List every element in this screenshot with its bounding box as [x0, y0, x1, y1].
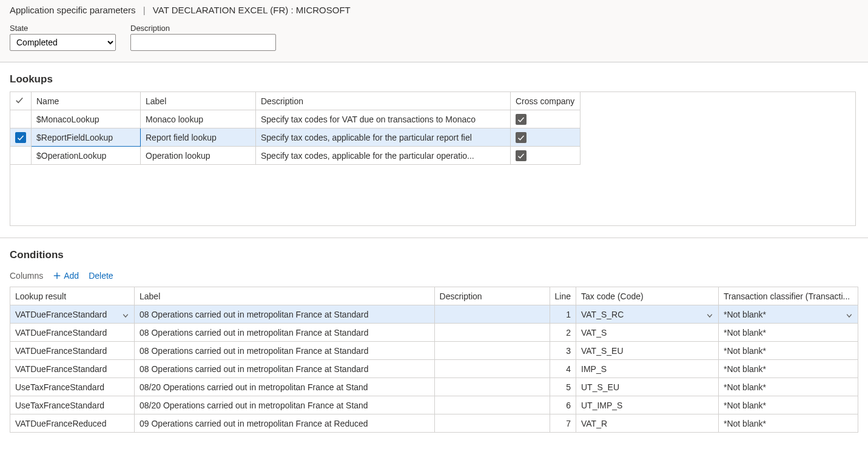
lookup-label-cell: Monaco lookup — [141, 110, 256, 128]
lookups-header-description[interactable]: Description — [256, 92, 511, 110]
cond-lookup-cell[interactable]: VATDueFranceStandard — [10, 305, 135, 324]
state-select[interactable]: Completed — [10, 34, 116, 51]
plus-icon — [53, 271, 61, 280]
lookups-header-label[interactable]: Label — [141, 92, 256, 110]
cond-header-line[interactable]: Line — [550, 287, 576, 305]
lookups-header-name[interactable]: Name — [32, 92, 141, 110]
cond-taxcode-cell[interactable]: VAT_S_RC — [576, 305, 719, 324]
cond-txclass-cell[interactable]: *Not blank* — [719, 324, 858, 342]
lookups-header-cross[interactable]: Cross company — [511, 92, 580, 110]
state-label: State — [10, 24, 116, 33]
lookups-table: Name Label Description Cross company $Mo… — [10, 91, 580, 165]
cond-desc-cell — [434, 414, 550, 433]
row-check-cell[interactable] — [10, 147, 32, 165]
conditions-table: Lookup result Label Description Line Tax… — [10, 287, 858, 433]
breadcrumb: Application specific parameters | VAT DE… — [10, 5, 858, 15]
lookup-label-cell: Report field lookup — [141, 128, 256, 147]
cond-txclass-cell[interactable]: *Not blank* — [719, 342, 858, 360]
row-check-cell[interactable] — [10, 110, 32, 128]
cond-taxcode-cell[interactable]: UT_IMP_S — [576, 396, 719, 414]
cond-desc-cell — [434, 324, 550, 342]
cross-company-cell[interactable] — [511, 110, 580, 128]
cond-taxcode-cell[interactable]: VAT_S_EU — [576, 342, 719, 360]
cond-header-lookup[interactable]: Lookup result — [10, 287, 135, 305]
table-row[interactable]: VATDueFranceStandard08 Operations carrie… — [10, 342, 858, 360]
cond-header-taxcode[interactable]: Tax code (Code) — [576, 287, 719, 305]
description-label: Description — [130, 24, 276, 33]
cond-lookup-cell[interactable]: UseTaxFranceStandard — [10, 396, 135, 414]
conditions-title: Conditions — [10, 249, 858, 261]
table-row[interactable]: VATDueFranceStandard08 Operations carrie… — [10, 305, 858, 324]
table-row[interactable]: VATDueFranceStandard08 Operations carrie… — [10, 324, 858, 342]
cond-label-cell: 08 Operations carried out in metropolita… — [135, 324, 435, 342]
table-row[interactable]: UseTaxFranceStandard08/20 Operations car… — [10, 378, 858, 396]
cond-header-txclass[interactable]: Transaction classifier (Transacti... — [719, 287, 858, 305]
cond-txclass-cell[interactable]: *Not blank* — [719, 396, 858, 414]
cond-label-cell: 08/20 Operations carried out in metropol… — [135, 396, 435, 414]
cond-lookup-cell[interactable]: VATDueFranceReduced — [10, 414, 135, 433]
cond-line-cell: 5 — [550, 378, 576, 396]
cond-txclass-cell[interactable]: *Not blank* — [719, 360, 858, 378]
cond-desc-cell — [434, 305, 550, 324]
cond-lookup-cell[interactable]: UseTaxFranceStandard — [10, 378, 135, 396]
cond-desc-cell — [434, 342, 550, 360]
cond-line-cell: 1 — [550, 305, 576, 324]
cond-line-cell: 7 — [550, 414, 576, 433]
checkbox-checked-icon — [516, 114, 527, 125]
lookup-desc-cell: Specify tax codes for VAT due on transac… — [256, 110, 511, 128]
cond-txclass-cell[interactable]: *Not blank* — [719, 305, 858, 324]
lookup-name-cell[interactable]: $MonacoLookup — [32, 110, 141, 128]
breadcrumb-separator: | — [143, 5, 146, 15]
breadcrumb-page: Application specific parameters — [10, 5, 136, 15]
table-row[interactable]: VATDueFranceStandard08 Operations carrie… — [10, 360, 858, 378]
table-row[interactable]: $ReportFieldLookupReport field lookupSpe… — [10, 128, 580, 147]
cond-txclass-cell[interactable]: *Not blank* — [719, 414, 858, 433]
row-check-cell[interactable] — [10, 128, 32, 147]
table-row[interactable]: $MonacoLookupMonaco lookupSpecify tax co… — [10, 110, 580, 128]
cond-label-cell: 08 Operations carried out in metropolita… — [135, 342, 435, 360]
cond-desc-cell — [434, 360, 550, 378]
add-button-label: Add — [64, 271, 79, 281]
cond-header-description[interactable]: Description — [434, 287, 550, 305]
checkbox-checked-icon — [516, 132, 527, 143]
cond-taxcode-cell[interactable]: VAT_S — [576, 324, 719, 342]
cond-lookup-cell[interactable]: VATDueFranceStandard — [10, 360, 135, 378]
lookup-name-cell[interactable]: $ReportFieldLookup — [32, 128, 141, 147]
check-icon — [15, 132, 26, 143]
cond-taxcode-cell[interactable]: VAT_R — [576, 414, 719, 433]
cond-label-cell: 08 Operations carried out in metropolita… — [135, 305, 435, 324]
cond-label-cell: 08 Operations carried out in metropolita… — [135, 360, 435, 378]
cross-company-cell[interactable] — [511, 128, 580, 147]
cond-desc-cell — [434, 396, 550, 414]
cond-lookup-cell[interactable]: VATDueFranceStandard — [10, 324, 135, 342]
cond-lookup-cell[interactable]: VATDueFranceStandard — [10, 342, 135, 360]
breadcrumb-context: VAT DECLARATION EXCEL (FR) : MICROSOFT — [153, 5, 351, 15]
cond-txclass-cell[interactable]: *Not blank* — [719, 378, 858, 396]
cond-label-cell: 09 Operations carried out in metropolita… — [135, 414, 435, 433]
lookup-name-cell[interactable]: $OperationLookup — [32, 147, 141, 165]
lookups-header-check[interactable] — [10, 92, 32, 110]
lookups-title: Lookups — [10, 73, 858, 85]
add-button[interactable]: Add — [53, 271, 79, 281]
table-row[interactable]: $OperationLookupOperation lookupSpecify … — [10, 147, 580, 165]
lookup-label-cell: Operation lookup — [141, 147, 256, 165]
cond-label-cell: 08/20 Operations carried out in metropol… — [135, 378, 435, 396]
table-row[interactable]: UseTaxFranceStandard08/20 Operations car… — [10, 396, 858, 414]
cond-taxcode-cell[interactable]: UT_S_EU — [576, 378, 719, 396]
description-input[interactable] — [130, 34, 276, 51]
cond-taxcode-cell[interactable]: IMP_S — [576, 360, 719, 378]
cond-line-cell: 2 — [550, 324, 576, 342]
cond-header-label[interactable]: Label — [135, 287, 435, 305]
table-row[interactable]: VATDueFranceReduced09 Operations carried… — [10, 414, 858, 433]
cond-line-cell: 3 — [550, 342, 576, 360]
lookup-desc-cell: Specify tax codes, applicable for the pa… — [256, 147, 511, 165]
lookup-desc-cell: Specify tax codes, applicable for the pa… — [256, 128, 511, 147]
delete-button[interactable]: Delete — [89, 271, 113, 281]
cond-line-cell: 6 — [550, 396, 576, 414]
cond-desc-cell — [434, 378, 550, 396]
columns-button[interactable]: Columns — [10, 271, 43, 281]
checkbox-checked-icon — [516, 150, 527, 161]
cond-line-cell: 4 — [550, 360, 576, 378]
cross-company-cell[interactable] — [511, 147, 580, 165]
